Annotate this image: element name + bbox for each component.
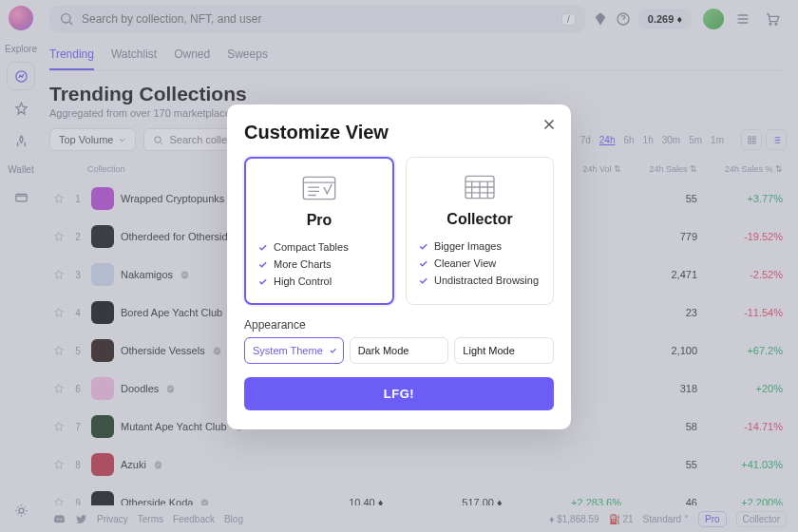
check-icon (257, 242, 268, 253)
check-icon (418, 241, 428, 252)
appearance-label: Appearance (244, 318, 554, 332)
feature-item: High Control (257, 273, 381, 290)
collector-view-icon (461, 171, 499, 203)
view-card-pro[interactable]: Pro Compact TablesMore ChartsHigh Contro… (244, 157, 394, 305)
view-card-pro-title: Pro (257, 212, 381, 229)
theme-option-dark-mode[interactable]: Dark Mode (350, 337, 449, 364)
view-card-collector[interactable]: Collector Bigger ImagesCleaner ViewUndis… (406, 157, 554, 305)
pro-view-icon (300, 172, 338, 204)
check-icon (418, 258, 428, 269)
customize-view-modal: Customize View Pro Compact TablesMore Ch… (227, 104, 571, 429)
check-icon (329, 347, 337, 355)
confirm-button[interactable]: LFG! (244, 377, 554, 410)
modal-title: Customize View (244, 122, 554, 143)
feature-item: More Charts (257, 256, 381, 273)
feature-item: Cleaner View (418, 255, 542, 272)
feature-item: Undistracted Browsing (418, 272, 542, 289)
check-icon (257, 276, 268, 287)
close-icon[interactable] (541, 116, 558, 133)
view-card-collector-title: Collector (418, 211, 542, 228)
feature-item: Bigger Images (418, 238, 542, 255)
theme-option-light-mode[interactable]: Light Mode (454, 337, 554, 364)
check-icon (257, 259, 268, 270)
feature-item: Compact Tables (257, 238, 381, 256)
check-icon (418, 276, 428, 286)
theme-option-system-theme[interactable]: System Theme (244, 337, 344, 364)
